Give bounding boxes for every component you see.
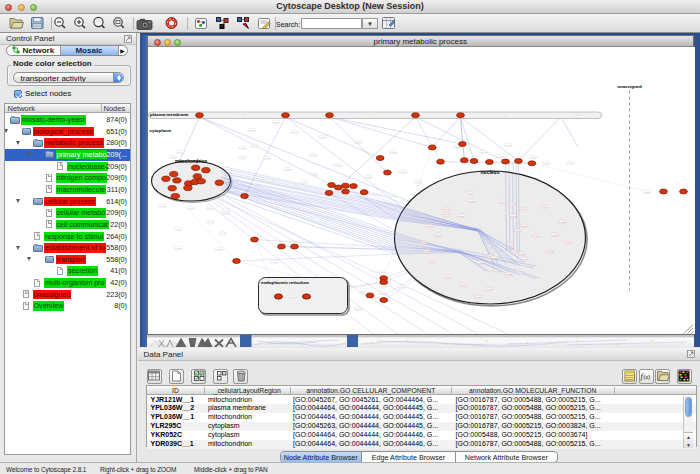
svg-text:Yxx00x: Yxx00x <box>354 308 362 310</box>
svg-text:plasma membrane: plasma membrane <box>150 112 189 117</box>
svg-text:Yxx00x: Yxx00x <box>566 162 574 164</box>
svg-text:Yxx00x: Yxx00x <box>476 262 484 264</box>
svg-text:Yxx00x: Yxx00x <box>474 296 482 298</box>
svg-text:Yxx00x: Yxx00x <box>507 203 515 205</box>
svg-text:Yxx00x: Yxx00x <box>176 151 184 153</box>
svg-text:Yxx00x: Yxx00x <box>419 241 427 243</box>
svg-text:Yxx00x: Yxx00x <box>309 154 317 156</box>
svg-text:Yxx00x: Yxx00x <box>558 221 566 223</box>
svg-text:Yxx00x: Yxx00x <box>284 168 292 170</box>
svg-text:Yxx00x: Yxx00x <box>643 191 651 193</box>
svg-text:Yxx00x: Yxx00x <box>238 156 246 158</box>
svg-text:Yxx00x: Yxx00x <box>169 156 177 158</box>
svg-text:Yxx00x: Yxx00x <box>545 250 553 252</box>
svg-text:Yxx00x: Yxx00x <box>218 232 226 234</box>
svg-text:Yxx00x: Yxx00x <box>520 225 528 227</box>
svg-text:unassigned: unassigned <box>617 84 642 89</box>
svg-text:Yxx00x: Yxx00x <box>187 207 195 209</box>
svg-text:Yxx00x: Yxx00x <box>496 155 504 157</box>
svg-text:Yxx00x: Yxx00x <box>531 235 539 237</box>
svg-text:Yxx00x: Yxx00x <box>334 164 342 166</box>
svg-text:Yxx00x: Yxx00x <box>310 173 318 175</box>
svg-text:Yxx00x: Yxx00x <box>520 258 528 260</box>
svg-text:Yxx00x: Yxx00x <box>490 257 498 259</box>
svg-text:Yxx00x: Yxx00x <box>354 141 362 143</box>
svg-text:Yxx00x: Yxx00x <box>158 205 166 207</box>
svg-text:Yxx00x: Yxx00x <box>288 296 296 298</box>
svg-text:Yxx00x: Yxx00x <box>514 230 522 232</box>
svg-text:Yxx00x: Yxx00x <box>434 234 442 236</box>
svg-text:Yxx00x: Yxx00x <box>215 248 223 250</box>
svg-text:Yxx00x: Yxx00x <box>457 215 465 217</box>
svg-text:Yxx00x: Yxx00x <box>498 115 506 117</box>
svg-text:Yxx00x: Yxx00x <box>428 260 436 262</box>
svg-text:cytoplasm: cytoplasm <box>149 128 171 133</box>
svg-text:Yxx00x: Yxx00x <box>237 113 245 115</box>
svg-text:mitochondrion: mitochondrion <box>174 159 206 164</box>
svg-text:Yxx00x: Yxx00x <box>506 244 514 246</box>
svg-text:Yxx00x: Yxx00x <box>423 250 431 252</box>
svg-text:Yxx00x: Yxx00x <box>467 200 475 202</box>
svg-text:Yxx00x: Yxx00x <box>519 208 527 210</box>
svg-text:Yxx00x: Yxx00x <box>485 288 493 290</box>
svg-text:Yxx00x: Yxx00x <box>174 228 182 230</box>
svg-text:Yxx00x: Yxx00x <box>290 131 298 133</box>
svg-text:Yxx00x: Yxx00x <box>459 284 467 286</box>
svg-text:Yxx00x: Yxx00x <box>174 247 182 249</box>
svg-text:Yxx00x: Yxx00x <box>540 206 548 208</box>
svg-text:Yxx00x: Yxx00x <box>300 181 308 183</box>
svg-text:Yxx00x: Yxx00x <box>398 286 406 288</box>
svg-text:Yxx00x: Yxx00x <box>491 270 499 272</box>
svg-text:Yxx00x: Yxx00x <box>222 212 230 214</box>
svg-text:nucleus: nucleus <box>480 169 499 175</box>
svg-text:Yxx00x: Yxx00x <box>366 113 374 115</box>
svg-text:Yxx00x: Yxx00x <box>377 271 385 273</box>
svg-text:Yxx00x: Yxx00x <box>499 201 507 203</box>
svg-text:Yxx00x: Yxx00x <box>504 273 512 275</box>
svg-text:Yxx00x: Yxx00x <box>444 276 452 278</box>
svg-text:Yxx00x: Yxx00x <box>443 208 451 210</box>
svg-text:Yxx00x: Yxx00x <box>504 144 512 146</box>
svg-text:Yxx00x: Yxx00x <box>378 285 386 287</box>
svg-text:Yxx00x: Yxx00x <box>319 136 327 138</box>
svg-text:Yxx00x: Yxx00x <box>529 156 537 158</box>
svg-text:(x): (x) <box>643 374 650 380</box>
svg-text:Yxx00x: Yxx00x <box>509 215 517 217</box>
svg-text:Yxx00x: Yxx00x <box>550 234 558 236</box>
svg-text:Yxx00x: Yxx00x <box>515 270 523 272</box>
svg-text:Yxx00x: Yxx00x <box>378 292 386 294</box>
svg-text:Yxx00x: Yxx00x <box>389 151 397 153</box>
svg-text:Yxx00x: Yxx00x <box>364 176 372 178</box>
svg-text:Yxx00x: Yxx00x <box>466 192 474 194</box>
svg-text:Yxx00x: Yxx00x <box>238 147 246 149</box>
svg-text:Yxx00x: Yxx00x <box>272 121 280 123</box>
svg-text:Yxx00x: Yxx00x <box>399 171 407 173</box>
svg-text:Yxx00x: Yxx00x <box>265 180 273 182</box>
svg-text:Yxx00x: Yxx00x <box>518 253 526 255</box>
svg-text:Yxx00x: Yxx00x <box>542 162 550 164</box>
svg-text:Yxx00x: Yxx00x <box>263 157 271 159</box>
svg-text:Yxx00x: Yxx00x <box>250 145 258 147</box>
svg-text:Yxx00x: Yxx00x <box>206 221 214 223</box>
svg-text:Yxx00x: Yxx00x <box>269 261 277 263</box>
svg-text:Yxx00x: Yxx00x <box>479 151 487 153</box>
svg-text:Yxx00x: Yxx00x <box>206 207 214 209</box>
svg-text:Yxx00x: Yxx00x <box>442 213 450 215</box>
svg-text:Yxx00x: Yxx00x <box>572 114 580 116</box>
svg-text:Yxx00x: Yxx00x <box>248 129 256 131</box>
svg-text:Yxx00x: Yxx00x <box>425 225 433 227</box>
svg-text:Yxx00x: Yxx00x <box>414 181 422 183</box>
svg-text:endoplasmic reticulum: endoplasmic reticulum <box>261 280 309 285</box>
svg-text:Yxx00x: Yxx00x <box>564 241 572 243</box>
